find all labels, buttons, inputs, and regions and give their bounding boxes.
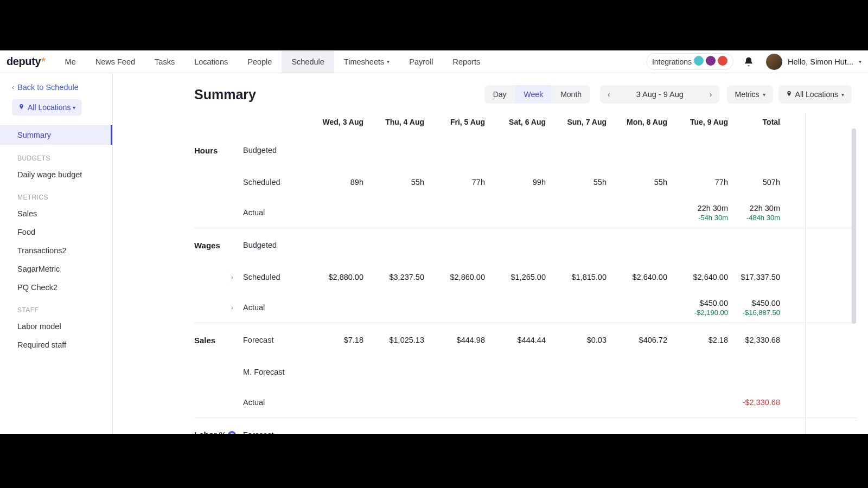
row-subcategory: Budgeted [243, 146, 308, 155]
notifications-bell-icon[interactable] [743, 56, 754, 67]
sidebar-item-transactions2[interactable]: Transactions2 [0, 241, 112, 260]
summary-table: Wed, 3 AugThu, 4 AugFri, 5 AugSat, 6 Aug… [194, 113, 857, 434]
scrollbar-thumb[interactable] [852, 129, 856, 324]
column-header: Sun, 7 Aug [551, 118, 612, 126]
nav-item-locations[interactable]: Locations [184, 50, 238, 73]
nav-item-schedule[interactable]: Schedule [282, 50, 334, 73]
sidebar-section-header: STAFF [0, 297, 112, 317]
table-row: HoursBudgeted [194, 133, 857, 167]
expand-row-icon[interactable]: › [231, 274, 233, 280]
table-cell: $2,880.00 [308, 273, 369, 281]
locations-dropdown[interactable]: All Locations ▾ [778, 85, 852, 104]
column-header: Sat, 6 Aug [490, 118, 551, 126]
total-column-separator [805, 113, 806, 434]
nav-item-payroll[interactable]: Payroll [399, 50, 443, 73]
column-header: Tue, 9 Aug [673, 118, 733, 126]
table-row: Scheduled89h55h77h99h55h55h77h507h [194, 167, 857, 197]
nav-item-label: Tasks [155, 57, 175, 66]
nav-item-people[interactable]: People [238, 50, 282, 73]
back-label: Back to Schedule [17, 83, 79, 92]
nav-item-label: Reports [453, 57, 481, 66]
view-segmented-control: DayWeekMonth [484, 85, 590, 104]
table-section: HoursBudgetedScheduled89h55h77h99h55h55h… [194, 133, 857, 228]
expand-row-icon[interactable]: › [231, 304, 233, 311]
table-header-row: Wed, 3 AugThu, 4 AugFri, 5 AugSat, 6 Aug… [194, 113, 857, 133]
table-cell: $1,265.00 [490, 273, 551, 281]
date-range-nav: ‹ 3 Aug - 9 Aug › [600, 85, 719, 104]
row-sub-label: Scheduled [243, 273, 280, 281]
table-cell: $2.18 [673, 336, 733, 344]
row-subcategory: Actual [243, 398, 308, 407]
prev-range-button[interactable]: ‹ [600, 85, 618, 104]
chevron-down-icon: ▾ [859, 59, 861, 65]
integrations-label: Integrations [652, 57, 692, 66]
table-section: WagesBudgeted›Scheduled$2,880.00$3,237.5… [194, 228, 857, 323]
table-cell: $1,815.00 [551, 273, 612, 281]
table-cell-total: $17,337.50 [733, 273, 786, 281]
sidebar-item-sales[interactable]: Sales [0, 204, 112, 223]
table-cell: 77h [673, 178, 733, 187]
table-cell: $450.00-$2,190.00 [673, 299, 733, 317]
table-cell-total: -$2,330.68 [733, 398, 786, 407]
table-row: Labor %?Forecast [194, 418, 857, 434]
sidebar-location-filter[interactable]: All Locations ▾ [12, 99, 82, 115]
table-cell: $406.72 [612, 336, 673, 344]
table-cell: $0.03 [551, 336, 612, 344]
row-sub-label: Actual [243, 208, 265, 217]
sidebar-item-summary[interactable]: Summary [0, 125, 112, 145]
integrations-pill[interactable]: Integrations [646, 53, 733, 70]
sidebar-section-header: BUDGETS [0, 145, 112, 165]
sidebar-item-labor-model[interactable]: Labor model [0, 317, 112, 336]
table-cell: 99h [490, 178, 551, 187]
sidebar-item-pq-check2[interactable]: PQ Check2 [0, 278, 112, 297]
sidebar-item-required-staff[interactable]: Required staff [0, 336, 112, 354]
nav-item-tasks[interactable]: Tasks [145, 50, 184, 73]
nav-item-timesheets[interactable]: Timesheets▾ [334, 50, 399, 73]
sidebar-location-label: All Locations [28, 103, 71, 112]
chevron-down-icon: ▾ [763, 92, 765, 98]
help-icon[interactable]: ? [228, 431, 236, 434]
nav-item-label: News Feed [95, 57, 135, 66]
nav-item-reports[interactable]: Reports [443, 50, 490, 73]
view-month-button[interactable]: Month [552, 85, 590, 104]
table-cell: 55h [551, 178, 612, 187]
sidebar-item-food[interactable]: Food [0, 223, 112, 241]
nav-item-me[interactable]: Me [55, 50, 86, 73]
date-range-label[interactable]: 3 Aug - 9 Aug [618, 85, 702, 104]
table-cell: 77h [430, 178, 490, 187]
table-cell: $2,640.00 [612, 273, 673, 281]
table-cell: $444.98 [430, 336, 490, 344]
table-cell-total: 507h [733, 178, 786, 187]
sidebar-item-sagarmetric[interactable]: SagarMetric [0, 260, 112, 278]
view-week-button[interactable]: Week [515, 85, 552, 104]
view-day-button[interactable]: Day [484, 85, 515, 104]
column-header: Fri, 5 Aug [430, 118, 490, 126]
row-sub-label: M. Forecast [243, 368, 285, 376]
table-row: ›Actual$450.00-$2,190.00$450.00-$16,887.… [194, 292, 857, 323]
table-cell: $7.18 [308, 336, 369, 344]
integration-app-icon [694, 56, 704, 66]
table-row: M. Forecast [194, 357, 857, 387]
table-row: SalesForecast$7.18$1,025.13$444.98$444.4… [194, 323, 857, 357]
next-range-button[interactable]: › [702, 85, 720, 104]
integration-app-icon [706, 56, 716, 66]
table-cell: $444.44 [490, 336, 551, 344]
metrics-dropdown[interactable]: Metrics ▾ [727, 85, 773, 104]
nav-item-label: Me [65, 57, 76, 66]
row-sub-label: Scheduled [243, 178, 280, 187]
location-pin-icon [786, 91, 792, 98]
table-cell: $3,237.50 [369, 273, 430, 281]
cell-value: 22h 30m [750, 204, 780, 213]
sidebar-summary-label: Summary [17, 131, 51, 139]
table-row: Actual22h 30m-54h 30m22h 30m-484h 30m [194, 197, 857, 228]
back-to-schedule-link[interactable]: ‹ Back to Schedule [0, 81, 112, 99]
table-section: Labor %?Forecast [194, 418, 857, 434]
brand-asterisk-icon: * [41, 55, 45, 68]
main-content: Summary DayWeekMonth ‹ 3 Aug - 9 Aug › M… [113, 73, 868, 434]
row-subcategory: ›Scheduled [243, 273, 308, 281]
chevron-left-icon: ‹ [12, 84, 14, 91]
nav-item-news-feed[interactable]: News Feed [86, 50, 145, 73]
row-subcategory: Actual [243, 208, 308, 217]
sidebar-item-daily-wage-budget[interactable]: Daily wage budget [0, 165, 112, 184]
user-menu[interactable]: Hello, Simon Hut... ▾ [766, 54, 861, 70]
